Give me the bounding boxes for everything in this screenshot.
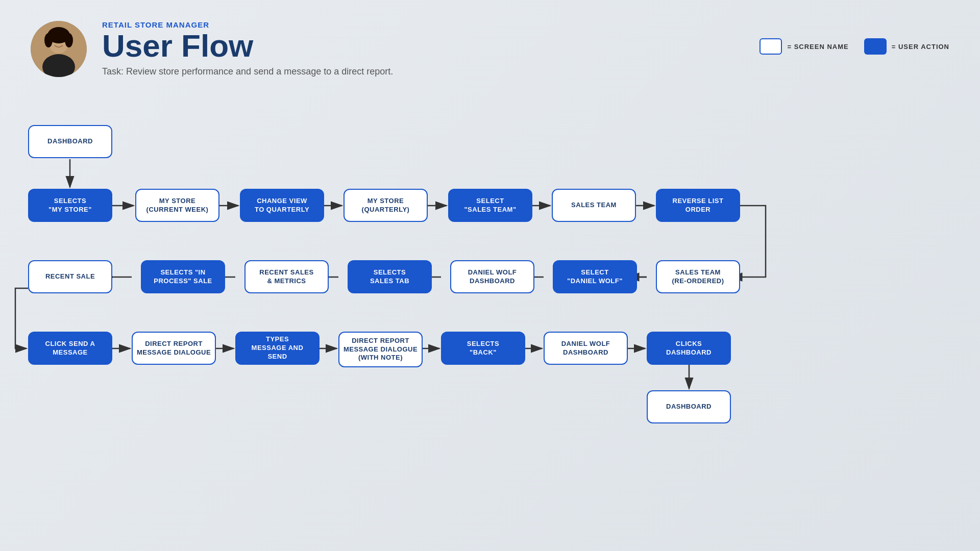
- node-types-message: TYPESMESSAGE ANDSEND: [235, 332, 320, 365]
- node-daniel-dashboard2: DANIEL WOLFDASHBOARD: [544, 332, 628, 365]
- node-selects-inprocess: SELECTS "INPROCESS" SALE: [141, 260, 225, 293]
- legend: = SCREEN NAME = USER ACTION: [760, 38, 949, 55]
- node-click-send: CLICK SEND AMESSAGE: [28, 332, 112, 365]
- node-recent-sale: RECENT SALE: [28, 260, 112, 293]
- avatar: [31, 21, 87, 77]
- legend-screen-label: = SCREEN NAME: [787, 43, 848, 51]
- node-selects-sales-tab: SELECTSSALES TAB: [348, 260, 432, 293]
- node-recent-sales-metrics: RECENT SALES& METRICS: [244, 260, 329, 293]
- flow-diagram: DASHBOARD SELECTS"MY STORE" MY STORE(CUR…: [0, 99, 980, 551]
- node-reverse-list: REVERSE LISTORDER: [656, 189, 740, 222]
- svg-point-4: [65, 33, 73, 47]
- node-salesteam: SALES TEAM: [552, 189, 636, 222]
- page: RETAIL STORE MANAGER User Flow Task: Rev…: [0, 0, 980, 551]
- node-select-danielwolf: SELECT"DANIEL WOLF": [553, 260, 637, 293]
- legend-action: = USER ACTION: [864, 38, 949, 55]
- node-dashboard-final: DASHBOARD: [647, 390, 731, 423]
- legend-blue-box: [864, 38, 887, 55]
- node-clicks-dashboard: CLICKSDASHBOARD: [647, 332, 731, 365]
- node-direct-report-note: DIRECT REPORTMESSAGE DIALOGUE(WITH NOTE): [338, 332, 423, 367]
- node-dashboard1: DASHBOARD: [28, 125, 112, 158]
- node-change-view: CHANGE VIEWTO QUARTERLY: [240, 189, 324, 222]
- node-salesteam-reordered: SALES TEAM(RE-ORDERED): [656, 260, 740, 293]
- node-selects-mystore: SELECTS"MY STORE": [28, 189, 112, 222]
- task-description: Task: Review store performance and send …: [102, 66, 949, 77]
- legend-action-label: = USER ACTION: [892, 43, 949, 51]
- node-direct-report-dialogue: DIRECT REPORTMESSAGE DIALOGUE: [132, 332, 216, 365]
- node-daniel-dashboard: DANIEL WOLFDASHBOARD: [450, 260, 534, 293]
- node-selects-back: SELECTS"BACK": [441, 332, 525, 365]
- node-select-salesteam: SELECT"SALES TEAM": [448, 189, 532, 222]
- node-mystore-week: MY STORE(CURRENT WEEK): [135, 189, 219, 222]
- node-mystore-quarterly: MY STORE(QUARTERLY): [344, 189, 428, 222]
- arrows-svg: [0, 99, 980, 551]
- svg-point-3: [44, 33, 53, 47]
- legend-screen: = SCREEN NAME: [760, 38, 848, 55]
- legend-white-box: [760, 38, 782, 55]
